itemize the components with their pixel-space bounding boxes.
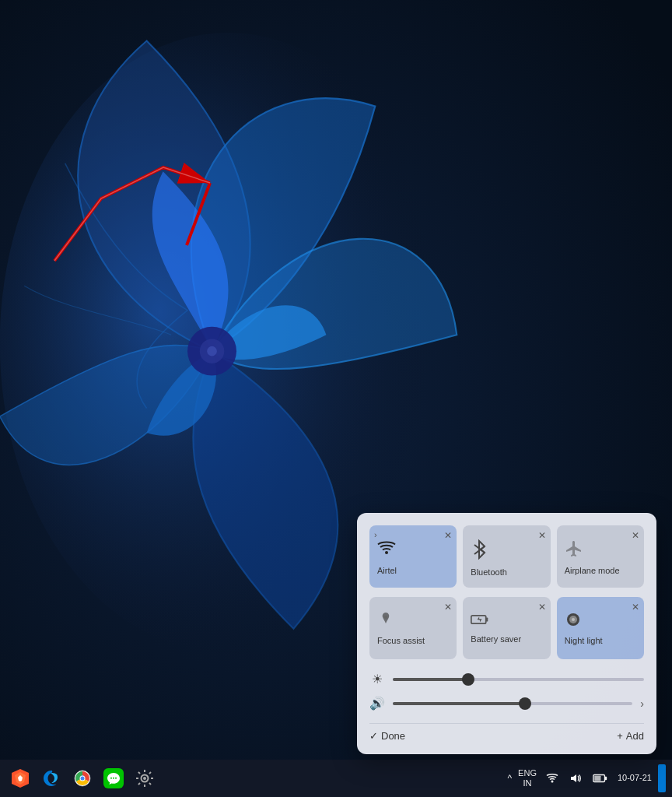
svg-rect-28 <box>594 776 600 781</box>
battery-saver-tile[interactable]: ✕ Battery saver <box>463 597 550 659</box>
quick-settings-row1: › ✕ Airtel ✕ <box>369 525 644 588</box>
svg-point-25 <box>551 781 553 783</box>
desktop: › ✕ Airtel ✕ <box>0 0 672 797</box>
system-icons <box>543 771 611 786</box>
sliders-section: ☀ 🔊 › <box>369 672 644 711</box>
focus-assist-tile[interactable]: ✕ Focus assist <box>369 597 457 659</box>
focus-label: Focus assist <box>377 636 425 645</box>
datetime-display[interactable]: 10-07-21 <box>618 772 652 784</box>
system-tray-chevron[interactable]: ^ <box>507 773 512 784</box>
lang-eng: ENG <box>518 768 537 778</box>
wifi-label: Airtel <box>377 566 397 575</box>
brightness-track[interactable] <box>393 678 644 681</box>
done-check-icon: ✓ <box>369 730 378 742</box>
quick-settings-panel: › ✕ Airtel ✕ <box>357 513 656 754</box>
wifi-icon <box>377 539 396 563</box>
bluetooth-icon <box>471 539 488 564</box>
svg-point-21 <box>110 778 112 779</box>
svg-point-23 <box>115 778 117 779</box>
night-light-tile[interactable]: ✕ Night light <box>557 597 644 659</box>
svg-point-4 <box>207 346 217 356</box>
add-plus-icon: + <box>617 730 623 742</box>
volume-fill <box>393 702 525 705</box>
svg-point-6 <box>384 616 387 619</box>
bluetooth-tile[interactable]: ✕ Bluetooth <box>463 525 550 588</box>
chrome-browser-app[interactable] <box>68 764 96 792</box>
volume-taskbar-icon[interactable] <box>566 771 585 786</box>
brave-browser-app[interactable] <box>6 764 34 792</box>
quick-settings-bottom: ✓ Done + Add <box>369 723 644 742</box>
svg-point-22 <box>113 778 114 779</box>
volume-track[interactable] <box>393 702 632 705</box>
bluetooth-label: Bluetooth <box>471 567 506 577</box>
battery-taskbar-icon[interactable] <box>590 771 611 785</box>
add-label: Add <box>626 730 644 742</box>
volume-icon: 🔊 <box>369 696 385 711</box>
edge-browser-app[interactable] <box>37 764 65 792</box>
volume-expand-arrow[interactable]: › <box>640 697 644 710</box>
add-button[interactable]: + Add <box>617 730 644 742</box>
done-label: Done <box>381 730 405 742</box>
line-app[interactable] <box>100 764 128 792</box>
night-light-label: Night light <box>565 636 603 645</box>
svg-rect-8 <box>486 617 488 621</box>
airplane-label: Airplane mode <box>565 566 620 575</box>
night-light-pin-icon[interactable]: ✕ <box>632 602 639 613</box>
language-indicator[interactable]: ENG IN <box>518 768 537 788</box>
date-display: 10-07-21 <box>618 772 652 784</box>
svg-point-5 <box>385 551 388 554</box>
brightness-thumb[interactable] <box>462 673 474 686</box>
taskbar: ^ ENG IN <box>0 760 672 797</box>
battery-label: Battery saver <box>471 634 521 644</box>
volume-slider-row: 🔊 › <box>369 696 644 711</box>
battery-pin-icon[interactable]: ✕ <box>538 602 546 613</box>
svg-point-11 <box>572 618 575 621</box>
wifi-pin-icon[interactable]: ✕ <box>444 530 452 541</box>
taskbar-apps <box>6 764 159 792</box>
focus-icon <box>377 611 394 633</box>
volume-thumb[interactable] <box>519 697 531 710</box>
wifi-taskbar-icon[interactable] <box>543 771 562 786</box>
brightness-fill <box>393 678 468 681</box>
wifi-tile[interactable]: › ✕ Airtel <box>369 525 457 588</box>
done-button[interactable]: ✓ Done <box>369 730 405 742</box>
quick-settings-row2: ✕ Focus assist ✕ <box>369 597 644 659</box>
airplane-icon <box>565 539 583 563</box>
notification-indicator[interactable] <box>658 764 666 792</box>
airplane-tile[interactable]: ✕ Airplane mode <box>557 525 644 588</box>
lang-country: IN <box>518 778 537 788</box>
wifi-expand-icon: › <box>374 530 377 539</box>
svg-point-19 <box>81 777 85 781</box>
focus-pin-icon[interactable]: ✕ <box>444 602 452 613</box>
bluetooth-pin-icon[interactable]: ✕ <box>538 530 546 541</box>
airplane-pin-icon[interactable]: ✕ <box>632 530 639 541</box>
svg-point-24 <box>143 777 146 780</box>
brightness-icon: ☀ <box>369 672 385 686</box>
night-light-icon <box>565 611 582 633</box>
brightness-slider-row: ☀ <box>369 672 644 686</box>
battery-icon <box>471 611 489 631</box>
svg-rect-27 <box>604 777 607 781</box>
taskbar-system-area: ^ ENG IN <box>507 764 666 792</box>
settings-app[interactable] <box>131 764 159 792</box>
